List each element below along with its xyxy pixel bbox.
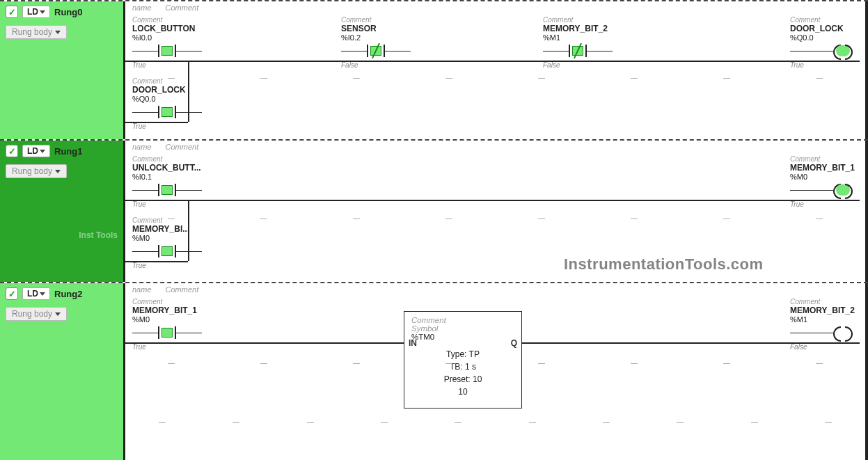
timer-addr: %TM0 [411, 333, 514, 341]
inst-tools-watermark: Inst Tools [79, 230, 118, 240]
rung-0: ✓ LD Rung0 Rung body name Comment Commen… [0, 0, 868, 139]
contact-addr: %M0 [132, 234, 209, 242]
rung-sidebar: ✓ LD Rung0 Rung body [0, 1, 125, 139]
timer-block[interactable]: IN Q Comment Symbol %TM0 Type: TP TB: 1 … [404, 311, 522, 409]
rungbody-label: Rung body [12, 309, 52, 319]
timer-type: TP [469, 349, 480, 359]
ld-dropdown[interactable]: LD [22, 287, 50, 300]
ld-label: LD [27, 7, 38, 17]
timer-count: 10 [411, 386, 514, 398]
chevron-down-icon [55, 31, 61, 34]
coil-comment: Comment [790, 299, 867, 306]
header-name: name [132, 285, 152, 294]
timer-tb: 1 s [465, 362, 476, 372]
contact-memory-bit-1[interactable]: Comment MEMORY_BIT_1 %M0 True [132, 299, 209, 351]
contact-symbol: LOCK_BUTTON [132, 24, 209, 33]
contact-addr: %I0.1 [132, 173, 209, 181]
ld-dropdown[interactable]: LD [22, 6, 50, 18]
timer-tb-label: TB: [450, 362, 463, 372]
contact-symbol: MEMORY_BIT_1 [132, 306, 209, 315]
coil-icon [790, 182, 853, 198]
timer-preset-label: Preset: [444, 374, 471, 384]
contact-comment: Comment [341, 17, 418, 24]
contact-memory-bit[interactable]: Comment MEMORY_BI... %M0 True [132, 217, 209, 269]
timer-in-port: IN [409, 338, 417, 348]
coil-icon [790, 325, 853, 340]
ld-label: LD [27, 146, 38, 156]
rung-body[interactable]: name Comment Comment LOCK_BUTTON %I0.0 T… [125, 1, 868, 139]
timer-type-label: Type: [446, 349, 466, 359]
coil-state: True [790, 61, 867, 69]
wire [125, 61, 860, 62]
rung-header-row: name Comment [125, 1, 865, 14]
contact-state: True [132, 343, 209, 351]
contact-addr: %Q0.0 [132, 95, 209, 103]
ld-label: LD [27, 289, 38, 299]
nc-contact-icon [543, 43, 613, 58]
contact-comment: Comment [132, 217, 209, 224]
contact-state: True [132, 61, 209, 69]
coil-memory-bit-1[interactable]: Comment MEMORY_BIT_1 %M0 True [790, 156, 867, 208]
timer-comment: Comment [411, 316, 514, 324]
nc-contact-icon [341, 43, 411, 58]
rungbody-dropdown[interactable]: Rung body [6, 307, 67, 321]
contact-comment: Comment [543, 17, 620, 24]
ld-dropdown[interactable]: LD [22, 145, 50, 157]
header-comment: Comment [166, 143, 199, 151]
timer-symbol-label: Symbol [411, 324, 514, 333]
chevron-down-icon [55, 312, 61, 316]
coil-symbol: DOOR_LOCK [790, 24, 867, 33]
contact-symbol: MEMORY_BI... [132, 224, 209, 234]
header-name: name [132, 143, 152, 151]
contact-state: False [543, 61, 620, 69]
coil-comment: Comment [790, 17, 867, 24]
rung-2: ✓ LD Rung2 Rung body name Comment Commen… [0, 282, 868, 460]
rung-header-row: name Comment [125, 141, 865, 153]
header-name: name [132, 3, 152, 12]
no-contact-icon [132, 43, 202, 58]
contact-state: True [132, 262, 209, 269]
coil-comment: Comment [790, 156, 867, 163]
timer-preset: 10 [473, 374, 482, 384]
no-contact-icon [132, 182, 202, 198]
coil-addr: %Q0.0 [790, 33, 867, 42]
contact-state: True [132, 200, 209, 208]
rung-body[interactable]: name Comment Comment MEMORY_BIT_1 %M0 Tr… [125, 283, 868, 460]
contact-unlock-button[interactable]: Comment UNLOCK_BUTT... %I0.1 True [132, 156, 209, 208]
contact-addr: %I0.2 [341, 33, 418, 42]
check-icon: ✓ [6, 287, 18, 300]
rung-1: ✓ LD Rung1 Rung body Inst Tools name Com… [0, 139, 868, 282]
no-contact-icon [132, 104, 202, 120]
contact-lock-button[interactable]: Comment LOCK_BUTTON %I0.0 True [132, 17, 209, 69]
contact-addr: %M0 [132, 315, 209, 324]
coil-symbol: MEMORY_BIT_1 [790, 163, 867, 173]
contact-comment: Comment [132, 17, 209, 24]
contact-state: False [341, 61, 418, 69]
contact-sensor[interactable]: Comment SENSOR %I0.2 False [341, 17, 418, 69]
contact-symbol: UNLOCK_BUTT... [132, 163, 209, 173]
coil-memory-bit-2[interactable]: Comment MEMORY_BIT_2 %M1 False [790, 299, 867, 351]
timer-q-port: Q [511, 338, 517, 348]
coil-door-lock[interactable]: Comment DOOR_LOCK %Q0.0 True [790, 17, 867, 69]
rung-body[interactable]: name Comment Comment UNLOCK_BUTT... %I0.… [125, 141, 868, 282]
coil-addr: %M1 [790, 315, 867, 324]
rungbody-dropdown[interactable]: Rung body [6, 164, 67, 178]
rungbody-dropdown[interactable]: Rung body [6, 25, 67, 39]
contact-comment: Comment [132, 78, 209, 85]
wire [125, 200, 860, 201]
check-icon: ✓ [6, 6, 18, 18]
grid-row [125, 219, 865, 219]
chevron-down-icon [40, 150, 45, 153]
rung-sidebar: ✓ LD Rung2 Rung body [0, 283, 125, 460]
coil-addr: %M0 [790, 173, 867, 181]
coil-state: True [790, 200, 867, 208]
check-icon: ✓ [6, 145, 18, 157]
contact-door-lock[interactable]: Comment DOOR_LOCK %Q0.0 True [132, 78, 209, 130]
header-comment: Comment [166, 3, 199, 12]
grid-row [125, 78, 865, 79]
rungbody-label: Rung body [12, 166, 52, 176]
contact-memory-bit-2[interactable]: Comment MEMORY_BIT_2 %M1 False [543, 17, 620, 69]
rung-header-row: name Comment [125, 283, 865, 296]
no-contact-icon [132, 244, 202, 259]
contact-symbol: SENSOR [341, 24, 418, 33]
